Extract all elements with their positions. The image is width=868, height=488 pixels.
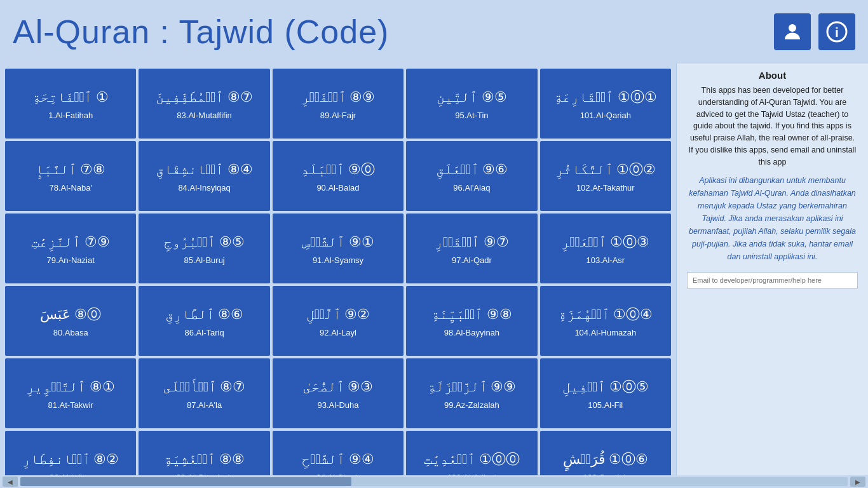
surah-arabic: ٱلتَّكَاثُرِ ①⓪② — [555, 161, 656, 179]
svg-text:i: i — [835, 25, 839, 39]
info-icon: i — [825, 20, 848, 43]
surah-card[interactable]: ٱلۡفِيلِ ①⓪⑤105.Al-Fil — [540, 358, 671, 428]
surah-arabic: ٱلطَّارِقِ ⑧⑥ — [165, 306, 244, 324]
surah-arabic: ٱلۡعَلَقِ ⑨⑥ — [436, 161, 508, 179]
surah-card[interactable]: ٱلۡانفِطَارِ ⑧②82.Al-Infitar — [5, 431, 136, 475]
surah-name: 98.Al-Bayyinah — [444, 328, 499, 337]
surah-card[interactable]: ٱلشَّرۡحِ ⑨④94.Al-Sharh — [273, 431, 403, 475]
app-header: Al-Quran : Tajwid (Code) i — [0, 0, 868, 64]
surah-name: 87.Al-A'la — [187, 400, 222, 410]
surah-name: 84.Al-Insyiqaq — [178, 183, 230, 193]
surah-arabic: ٱلۡهُمَزَةِ ①⓪④ — [559, 306, 653, 324]
surah-card[interactable]: قُرَيۡشٍ ①⓪⑥106.Quraish — [540, 431, 671, 475]
surah-arabic: ٱلزَّلۡزَلَةِ ⑨⑨ — [428, 378, 517, 396]
surah-arabic: ٱلۡقَدۡرِ ⑨⑦ — [435, 233, 509, 252]
surah-name: 80.Abasa — [53, 328, 88, 337]
surah-arabic: ٱلۡبَلَدِ ⑨⓪ — [301, 161, 375, 179]
surah-arabic: ٱلۡغَٰشِيَةِ ⑧⑧ — [164, 451, 245, 469]
surah-arabic: عَبَسَ ⑧⓪ — [40, 306, 101, 324]
about-text-en: This apps has been developed for better … — [677, 85, 868, 174]
surah-card[interactable]: ٱلتَّكَاثُرِ ①⓪②102.At-Takathur — [540, 141, 671, 211]
surah-arabic: ٱلۡأَعۡلَى ⑧⑦ — [163, 378, 246, 396]
surah-name: 95.At-Tin — [455, 111, 488, 120]
about-panel: About This apps has been developed for b… — [676, 64, 868, 475]
surah-name: 91.Al-Syamsy — [313, 255, 363, 265]
surah-name: 102.At-Takathur — [576, 183, 635, 193]
surah-arabic: ٱلَّيۡلِ ⑨② — [306, 306, 370, 324]
surah-arabic: ٱلۡقَارِعَةِ ①⓪① — [554, 88, 657, 107]
surah-arabic: ٱلۡعَصۡرِ ①⓪③ — [561, 233, 649, 252]
surah-card[interactable]: ٱلزَّلۡزَلَةِ ⑨⑨99.Az-Zalzalah — [406, 358, 537, 428]
surah-arabic: ٱلضُّحَىٰ ⑨③ — [303, 378, 374, 396]
surah-card[interactable]: ٱلضُّحَىٰ ⑨③93.Al-Duha — [273, 358, 403, 428]
surah-card[interactable]: عَبَسَ ⑧⓪80.Abasa — [5, 286, 136, 356]
surah-arabic: ٱلۡمُطَفِّفِينَ ⑧⑦ — [156, 88, 253, 107]
surah-arabic: ٱلۡفَجۡرِ ⑧⑨ — [301, 88, 376, 107]
surah-card[interactable]: ٱلۡعَلَقِ ⑨⑥96.Al'Alaq — [406, 141, 537, 211]
surah-arabic: ٱلشَّرۡحِ ⑨④ — [302, 451, 374, 469]
scroll-right-arrow[interactable]: ▶ — [850, 477, 865, 487]
surah-card[interactable]: ٱلۡعَٰدِيَٰتِ ①⓪⓪100.Al-Adiyat — [406, 431, 537, 475]
surah-name: 83.Al-Mutaffifin — [177, 111, 231, 120]
surah-card[interactable]: ٱلنَّبَإِ ⑦⑧78.Al-Naba' — [5, 141, 136, 211]
surah-name: 104.Al-Humazah — [574, 328, 636, 337]
surah-name: 96.Al'Alaq — [453, 183, 490, 193]
surah-arabic: ٱلۡبَيِّنَةِ ⑨⑧ — [431, 306, 512, 324]
surah-arabic: ٱلتَّكۡوِيرِ ⑧① — [26, 378, 115, 396]
surah-grid: ٱلۡفَاتِحَةِ ①1.Al-Fatihahٱلۡمُطَفِّفِين… — [3, 66, 674, 475]
surah-card[interactable]: ٱلنَّٰزِعَٰتِ ⑦⑨79.An-Naziat — [5, 214, 136, 283]
surah-name: 1.Al-Fatihah — [48, 111, 93, 120]
surah-card[interactable]: ٱلۡمُطَفِّفِينَ ⑧⑦83.Al-Mutaffifin — [139, 69, 269, 139]
surah-arabic: ٱلۡبُرُوجِ ⑧⑤ — [164, 233, 245, 252]
surah-card[interactable]: ٱلطَّارِقِ ⑧⑥86.Al-Tariq — [139, 286, 269, 356]
surah-card[interactable]: ٱلۡهُمَزَةِ ①⓪④104.Al-Humazah — [540, 286, 671, 356]
surah-arabic: ٱلنَّٰزِعَٰتِ ⑦⑨ — [31, 233, 110, 252]
email-input[interactable] — [687, 272, 858, 288]
surah-name: 79.An-Naziat — [47, 255, 95, 265]
app-title: Al-Quran : Tajwid (Code) — [13, 13, 389, 51]
surah-card[interactable]: ٱلَّيۡلِ ⑨②92.Al-Layl — [273, 286, 403, 356]
surah-name: 105.Al-Fil — [588, 400, 623, 410]
surah-arabic: ٱلۡانفِطَارِ ⑧② — [22, 451, 119, 469]
surah-arabic: ٱلنَّبَإِ ⑦⑧ — [36, 161, 106, 179]
surah-card[interactable]: ٱلۡبُرُوجِ ⑧⑤85.Al-Buruj — [139, 214, 269, 283]
surah-card[interactable]: ٱلشَّمۡسِ ⑨①91.Al-Syamsy — [273, 214, 403, 283]
surah-card[interactable]: ٱلۡقَارِعَةِ ①⓪①101.Al-Qariah — [540, 69, 671, 139]
surah-name: 92.Al-Layl — [320, 328, 356, 337]
surah-arabic: ٱلۡانشِقَاقِ ⑧④ — [156, 161, 253, 179]
surah-card[interactable]: ٱلۡعَصۡرِ ①⓪③103.Al-Asr — [540, 214, 671, 283]
surah-name: 101.Al-Qariah — [580, 111, 631, 120]
scrollbar-thumb — [20, 477, 351, 486]
surah-card[interactable]: ٱلۡغَٰشِيَةِ ⑧⑧88.Al-Ghasiyah — [139, 431, 269, 475]
surah-name: 89.Al-Fajr — [320, 111, 356, 120]
person-icon — [781, 20, 804, 43]
surah-name: 93.Al-Duha — [317, 400, 358, 410]
surah-name: 99.Az-Zalzalah — [444, 400, 499, 410]
surah-card[interactable]: ٱلۡفَجۡرِ ⑧⑨89.Al-Fajr — [273, 69, 403, 139]
surah-card[interactable]: ٱلۡبَيِّنَةِ ⑨⑧98.Al-Bayyinah — [406, 286, 537, 356]
surah-grid-container[interactable]: ٱلۡفَاتِحَةِ ①1.Al-Fatihahٱلۡمُطَفِّفِين… — [0, 64, 676, 475]
surah-name: 97.Al-Qadr — [452, 255, 492, 265]
scroll-left-arrow[interactable]: ◀ — [3, 477, 18, 487]
surah-card[interactable]: ٱلتِّينِ ⑨⑤95.At-Tin — [406, 69, 537, 139]
surah-name: 78.Al-Naba' — [49, 183, 92, 193]
surah-arabic: ٱلشَّمۡسِ ⑨① — [302, 233, 374, 252]
about-text-ms: Aplikasi ini dibangunkan untuk membantu … — [677, 174, 868, 272]
surah-arabic: ٱلتِّينِ ⑨⑤ — [437, 88, 507, 107]
surah-card[interactable]: ٱلۡفَاتِحَةِ ①1.Al-Fatihah — [5, 69, 136, 139]
bottom-scrollbar: ◀ ▶ — [0, 475, 868, 488]
surah-card[interactable]: ٱلتَّكۡوِيرِ ⑧①81.At-Takwir — [5, 358, 136, 428]
scrollbar-track[interactable] — [20, 477, 848, 486]
surah-card[interactable]: ٱلۡانشِقَاقِ ⑧④84.Al-Insyiqaq — [139, 141, 269, 211]
surah-arabic: ٱلۡعَٰدِيَٰتِ ①⓪⓪ — [424, 451, 520, 469]
surah-arabic: ٱلۡفَاتِحَةِ ① — [32, 88, 109, 107]
main-content: ٱلۡفَاتِحَةِ ①1.Al-Fatihahٱلۡمُطَفِّفِين… — [0, 64, 868, 475]
surah-arabic: قُرَيۡشٍ ①⓪⑥ — [563, 451, 649, 469]
surah-name: 90.Al-Balad — [316, 183, 359, 193]
surah-card[interactable]: ٱلۡقَدۡرِ ⑨⑦97.Al-Qadr — [406, 214, 537, 283]
info-button[interactable]: i — [818, 13, 855, 50]
surah-card[interactable]: ٱلۡبَلَدِ ⑨⓪90.Al-Balad — [273, 141, 403, 211]
person-button[interactable] — [774, 13, 811, 50]
surah-name: 86.Al-Tariq — [185, 328, 224, 337]
surah-card[interactable]: ٱلۡأَعۡلَى ⑧⑦87.Al-A'la — [139, 358, 269, 428]
